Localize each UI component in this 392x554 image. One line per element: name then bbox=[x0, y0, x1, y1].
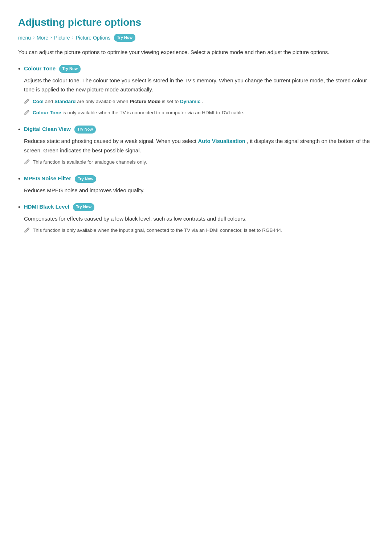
digital-clean-view-try-now[interactable]: Try Now bbox=[74, 126, 96, 134]
hdmi-black-level-title: HDMI Black Level bbox=[24, 204, 69, 210]
pencil-icon-4 bbox=[24, 227, 30, 235]
colour-tone-note-2-text: Colour Tone is only available when the T… bbox=[33, 109, 244, 116]
breadcrumb-sep-3: › bbox=[72, 34, 74, 41]
breadcrumb-menu[interactable]: menu bbox=[18, 34, 31, 42]
breadcrumb-sep-2: › bbox=[50, 34, 52, 41]
hdmi-black-level-notes: This function is only available when the… bbox=[24, 227, 374, 235]
pencil-icon-1 bbox=[24, 98, 30, 106]
page-title: Adjusting picture options bbox=[18, 15, 374, 31]
breadcrumb-try-now-badge[interactable]: Try Now bbox=[114, 34, 135, 42]
breadcrumb: menu › More › Picture › Picture Options … bbox=[18, 34, 374, 42]
pencil-icon-2 bbox=[24, 110, 30, 118]
hdmi-black-level-try-now[interactable]: Try Now bbox=[73, 203, 94, 211]
mpeg-noise-filter-try-now[interactable]: Try Now bbox=[75, 175, 96, 183]
intro-text: You can adjust the picture options to op… bbox=[18, 48, 374, 57]
colour-tone-note-2: Colour Tone is only available when the T… bbox=[24, 109, 374, 118]
standard-link[interactable]: Standard bbox=[54, 99, 76, 104]
dynamic-link[interactable]: Dynamic bbox=[180, 99, 200, 104]
colour-tone-try-now[interactable]: Try Now bbox=[59, 65, 81, 73]
digital-clean-view-title: Digital Clean View bbox=[24, 126, 71, 132]
breadcrumb-picture-options[interactable]: Picture Options bbox=[76, 34, 111, 42]
hdmi-black-level-body: Compensates for effects caused by a low … bbox=[24, 214, 374, 223]
colour-tone-note-1: Cool and Standard are only available whe… bbox=[24, 98, 374, 106]
digital-clean-view-body: Reduces static and ghosting caused by a … bbox=[24, 136, 374, 155]
colour-tone-notes: Cool and Standard are only available whe… bbox=[24, 98, 374, 118]
picture-mode-bold: Picture Mode bbox=[130, 99, 160, 104]
hdmi-black-level-note-1-text: This function is only available when the… bbox=[33, 227, 282, 234]
auto-visualisation-link[interactable]: Auto Visualisation bbox=[198, 138, 245, 144]
colour-tone-note-1-text: Cool and Standard are only available whe… bbox=[33, 98, 203, 105]
pencil-icon-3 bbox=[24, 159, 30, 167]
cool-link[interactable]: Cool bbox=[33, 99, 44, 104]
mpeg-noise-filter-title: MPEG Noise Filter bbox=[24, 175, 71, 181]
sections-list: Colour Tone Try Now Adjusts the colour t… bbox=[18, 64, 374, 235]
mpeg-noise-filter-body: Reduces MPEG noise and improves video qu… bbox=[24, 186, 374, 195]
list-item-hdmi-black-level: HDMI Black Level Try Now Compensates for… bbox=[18, 202, 374, 235]
breadcrumb-picture[interactable]: Picture bbox=[54, 34, 70, 42]
breadcrumb-sep-1: › bbox=[33, 34, 34, 41]
colour-tone-title: Colour Tone bbox=[24, 65, 56, 71]
breadcrumb-more[interactable]: More bbox=[37, 34, 48, 42]
hdmi-black-level-note-1: This function is only available when the… bbox=[24, 227, 374, 235]
digital-clean-view-notes: This function is available for analogue … bbox=[24, 159, 374, 167]
digital-clean-view-note-1: This function is available for analogue … bbox=[24, 159, 374, 167]
colour-tone-body: Adjusts the colour tone. The colour tone… bbox=[24, 76, 374, 94]
list-item-digital-clean-view: Digital Clean View Try Now Reduces stati… bbox=[18, 125, 374, 167]
digital-clean-view-note-1-text: This function is available for analogue … bbox=[33, 159, 147, 166]
colour-tone-note-link[interactable]: Colour Tone bbox=[33, 110, 61, 115]
list-item-colour-tone: Colour Tone Try Now Adjusts the colour t… bbox=[18, 64, 374, 118]
list-item-mpeg-noise-filter: MPEG Noise Filter Try Now Reduces MPEG n… bbox=[18, 174, 374, 195]
